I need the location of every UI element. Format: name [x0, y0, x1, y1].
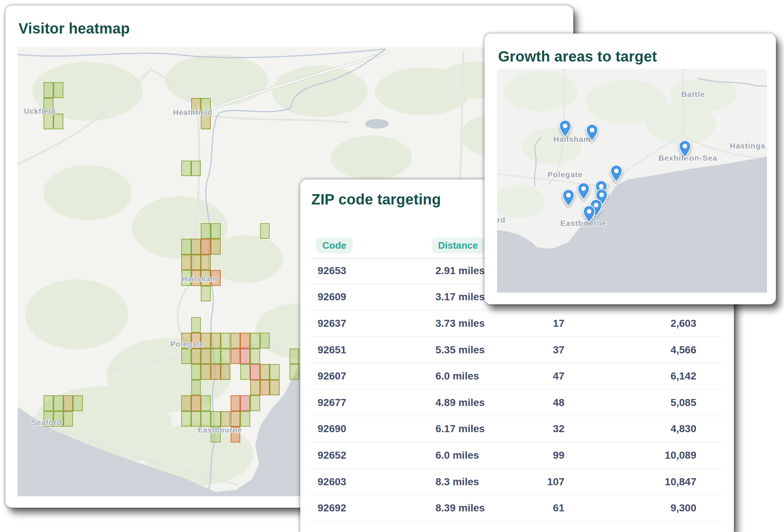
heatmap-cell[interactable] — [250, 333, 260, 349]
heatmap-cell[interactable] — [191, 364, 201, 380]
heatmap-cell[interactable] — [43, 395, 53, 411]
heatmap-cell[interactable] — [260, 223, 270, 239]
heatmap-cell[interactable] — [43, 113, 53, 129]
heatmap-cell[interactable] — [181, 239, 191, 255]
table-row[interactable]: 926373.73 miles172,603 — [311, 311, 724, 337]
zip-code-cell: 92652 — [318, 449, 346, 461]
total-cell: 10,089 — [665, 449, 696, 461]
heatmap-cell[interactable] — [211, 239, 221, 255]
heatmap-cell[interactable] — [201, 349, 211, 364]
heatmap-cell[interactable] — [250, 364, 260, 380]
heatmap-cell[interactable] — [63, 411, 73, 427]
map-pin-icon[interactable] — [610, 165, 623, 182]
heatmap-cell[interactable] — [221, 349, 231, 364]
heatmap-cell[interactable] — [250, 395, 260, 411]
heatmap-cell[interactable] — [290, 349, 300, 364]
heatmap-cell[interactable] — [201, 411, 211, 427]
table-row[interactable]: 926906.17 miles324,830 — [311, 416, 724, 443]
zip-code-cell: 92690 — [318, 423, 346, 435]
heatmap-cell[interactable] — [191, 349, 201, 364]
heatmap-cell[interactable] — [191, 411, 201, 427]
heatmap-cell[interactable] — [260, 380, 270, 396]
heatmap-cell[interactable] — [231, 411, 241, 427]
heatmap-cell[interactable] — [250, 349, 260, 364]
distance-cell: 5.35 miles — [435, 344, 485, 356]
map-pin-icon[interactable] — [577, 182, 590, 200]
heatmap-cell[interactable] — [201, 286, 211, 302]
heatmap-cell[interactable] — [53, 395, 63, 411]
map-pin-icon[interactable] — [559, 120, 571, 137]
heatmap-cell[interactable] — [201, 395, 211, 411]
heatmap-cell[interactable] — [211, 349, 221, 364]
growth-areas-card: Growth areas to target — [484, 34, 776, 304]
heatmap-cell[interactable] — [240, 364, 250, 380]
heatmap-cell[interactable] — [181, 161, 191, 176]
heatmap-cell[interactable] — [231, 349, 241, 364]
heatmap-cell[interactable] — [260, 364, 270, 380]
heatmap-cell[interactable] — [73, 395, 83, 411]
heatmap-cell[interactable] — [191, 317, 201, 333]
heatmap-cell[interactable] — [211, 411, 221, 427]
heatmap-cell[interactable] — [201, 364, 211, 380]
map-pin-icon[interactable] — [586, 124, 598, 141]
heatmap-cell[interactable] — [181, 395, 191, 411]
heatmap-cell[interactable] — [191, 255, 201, 270]
heatmap-cell[interactable] — [43, 82, 53, 98]
heatmap-cell[interactable] — [240, 411, 250, 427]
count-cell: 47 — [553, 370, 564, 382]
distance-cell: 8.39 miles — [435, 502, 485, 514]
total-cell: 4,566 — [671, 344, 696, 356]
heatmap-cell[interactable] — [260, 333, 270, 349]
heatmap-cell[interactable] — [211, 223, 221, 239]
map-pin-icon[interactable] — [583, 205, 595, 223]
heatmap-cell[interactable] — [240, 333, 250, 349]
growth-map-base — [497, 69, 767, 293]
heatmap-cell[interactable] — [63, 395, 73, 411]
heatmap-cell[interactable] — [181, 411, 191, 427]
heatmap-cell[interactable] — [191, 239, 201, 255]
growth-map[interactable]: BattleHastingsBexhill-on-SeaHailshamPole… — [497, 69, 767, 293]
heatmap-cell[interactable] — [181, 255, 191, 270]
heatmap-cell[interactable] — [221, 411, 231, 427]
heatmap-cell[interactable] — [191, 161, 201, 176]
heatmap-cell[interactable] — [201, 255, 211, 270]
zip-code-cell: 92692 — [318, 502, 346, 514]
heatmap-cell[interactable] — [221, 333, 231, 349]
zip-card-title: ZIP code targeting — [311, 191, 441, 208]
distance-cell: 6.0 miles — [435, 449, 479, 461]
heatmap-cell[interactable] — [231, 333, 241, 349]
distance-cell: 2.91 miles — [435, 265, 485, 277]
table-row[interactable]: 926526.0 miles9910,089 — [311, 442, 724, 469]
heatmap-cell[interactable] — [240, 395, 250, 411]
heatmap-cell[interactable] — [221, 364, 231, 380]
heatmap-cell[interactable] — [211, 364, 221, 380]
zip-code-cell: 92677 — [318, 397, 346, 409]
heatmap-cell[interactable] — [201, 239, 211, 255]
heatmap-cell[interactable] — [211, 333, 221, 349]
map-pin-icon[interactable] — [679, 140, 691, 158]
table-row[interactable]: 926515.35 miles374,566 — [311, 337, 724, 364]
heatmap-cell[interactable] — [191, 380, 201, 396]
map-label-hailsham: Hailsham — [182, 275, 217, 283]
distance-cell: 4.89 miles — [435, 397, 485, 409]
column-header-code[interactable]: Code — [316, 238, 353, 253]
heatmap-cell[interactable] — [290, 364, 300, 380]
map-pin-icon[interactable] — [562, 189, 575, 207]
heatmap-cell[interactable] — [53, 82, 63, 98]
table-row[interactable]: 926774.89 miles485,085 — [311, 390, 724, 416]
heatmap-cell[interactable] — [231, 395, 241, 411]
table-row[interactable]: 926038.3 miles10710,847 — [311, 469, 724, 496]
heatmap-cell[interactable] — [240, 349, 250, 364]
heatmap-cell[interactable] — [53, 113, 63, 129]
heatmap-cell[interactable] — [270, 364, 280, 380]
heatmap-cell[interactable] — [270, 380, 280, 396]
heatmap-cell[interactable] — [201, 223, 211, 239]
sea — [497, 157, 767, 293]
column-header-distance[interactable]: Distance — [432, 238, 484, 253]
map-label-hastings: Hastings — [730, 141, 766, 150]
table-row[interactable]: 926076.0 miles476,142 — [311, 363, 724, 390]
heatmap-cell[interactable] — [250, 380, 260, 396]
heatmap-cell[interactable] — [181, 349, 191, 364]
heatmap-cell[interactable] — [191, 395, 201, 411]
table-row[interactable]: 926928.39 miles619,300 — [311, 495, 724, 522]
